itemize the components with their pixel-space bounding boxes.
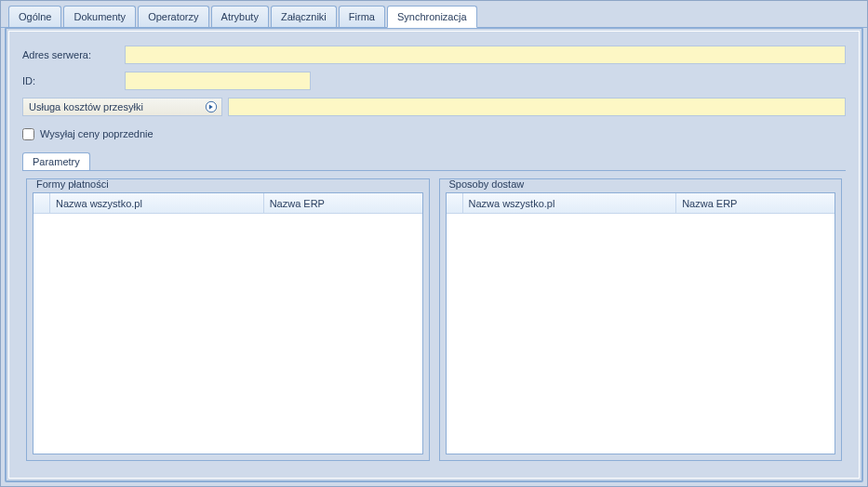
main-tab-strip: Ogólne Dokumenty Operatorzy Atrybuty Zał…	[1, 1, 867, 28]
shipping-cost-lookup-label: Usługa kosztów przesyłki	[29, 101, 203, 112]
shipping-cost-lookup[interactable]: Usługa kosztów przesyłki	[22, 98, 222, 116]
grid-row-selector-col	[33, 193, 50, 213]
inner-tab-parameters[interactable]: Parametry	[22, 152, 90, 170]
grid-delivery-methods-header: Nazwa wszystko.pl Nazwa ERP	[447, 193, 835, 214]
tab-general[interactable]: Ogólne	[8, 6, 61, 27]
id-label: ID:	[22, 75, 125, 86]
grid-delivery-methods-body[interactable]	[447, 214, 835, 454]
tab-attributes[interactable]: Atrybuty	[211, 6, 269, 27]
sync-form: Adres serwera: ID: Usługa kosztów przesy…	[15, 37, 853, 152]
send-previous-prices-label[interactable]: Wysyłaj ceny poprzednie	[40, 128, 154, 139]
grid-col-name-wszystko[interactable]: Nazwa wszystko.pl	[463, 193, 677, 213]
config-window: Ogólne Dokumenty Operatorzy Atrybuty Zał…	[0, 0, 868, 487]
group-payment-forms: Formy płatności Nazwa wszystko.pl Nazwa …	[26, 178, 430, 461]
group-delivery-methods: Sposoby dostaw Nazwa wszystko.pl Nazwa E…	[439, 178, 843, 461]
row-server-address: Adres serwera:	[22, 45, 846, 65]
tab-content-frame-inner: Adres serwera: ID: Usługa kosztów przesy…	[8, 31, 860, 479]
arrow-right-icon[interactable]	[203, 99, 220, 115]
row-send-previous-prices: Wysyłaj ceny poprzednie	[22, 123, 846, 143]
row-shipping-cost: Usługa kosztów przesyłki	[22, 97, 846, 117]
tab-attachments-label: Załączniki	[281, 11, 327, 22]
tab-content-frame: Adres serwera: ID: Usługa kosztów przesy…	[5, 27, 863, 482]
tab-company[interactable]: Firma	[339, 6, 385, 27]
tab-synchronization-label: Synchronizacja	[397, 11, 467, 22]
row-id: ID:	[22, 71, 846, 91]
grid-payment-forms[interactable]: Nazwa wszystko.pl Nazwa ERP	[33, 192, 423, 454]
grid-col-name-erp[interactable]: Nazwa ERP	[676, 193, 835, 213]
group-payment-forms-title: Formy płatności	[34, 178, 111, 190]
tab-general-label: Ogólne	[19, 11, 51, 22]
shipping-cost-input[interactable]	[228, 98, 846, 116]
send-previous-prices-checkbox[interactable]	[22, 128, 34, 140]
inner-tab-parameters-label: Parametry	[33, 156, 80, 167]
tab-documents[interactable]: Dokumenty	[63, 6, 136, 27]
inner-tab-strip: Parametry	[15, 152, 853, 170]
grid-delivery-methods[interactable]: Nazwa wszystko.pl Nazwa ERP	[446, 192, 836, 454]
grid-col-name-wszystko[interactable]: Nazwa wszystko.pl	[50, 193, 264, 213]
tab-documents-label: Dokumenty	[73, 11, 126, 22]
grid-row-selector-col	[447, 193, 463, 213]
tab-attributes-label: Atrybuty	[221, 11, 259, 22]
parameters-panel: Formy płatności Nazwa wszystko.pl Nazwa …	[22, 170, 846, 465]
server-address-label: Adres serwera:	[22, 49, 125, 60]
tab-attachments[interactable]: Załączniki	[271, 6, 337, 27]
id-input[interactable]	[125, 72, 311, 90]
tab-synchronization[interactable]: Synchronizacja	[387, 6, 477, 28]
grid-payment-forms-header: Nazwa wszystko.pl Nazwa ERP	[33, 193, 422, 214]
tab-company-label: Firma	[349, 11, 375, 22]
tab-operators[interactable]: Operatorzy	[138, 6, 208, 27]
grid-col-name-erp[interactable]: Nazwa ERP	[264, 193, 422, 213]
group-delivery-methods-title: Sposoby dostaw	[447, 178, 527, 190]
server-address-input[interactable]	[125, 46, 846, 64]
tab-operators-label: Operatorzy	[148, 11, 198, 22]
grid-payment-forms-body[interactable]	[33, 214, 422, 454]
tab-content: Adres serwera: ID: Usługa kosztów przesy…	[15, 37, 853, 472]
